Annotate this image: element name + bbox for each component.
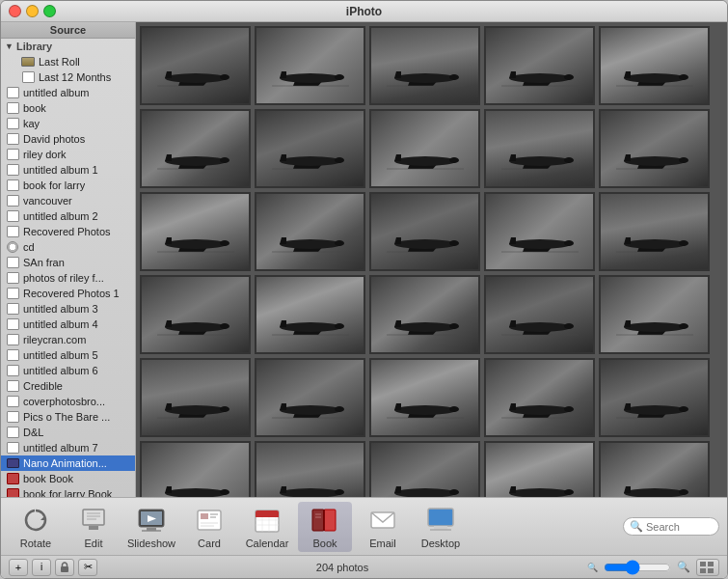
calendar-button[interactable]: Calendar [240, 502, 294, 552]
view-mode-button[interactable] [696, 559, 719, 576]
lock-button[interactable] [55, 559, 74, 576]
sidebar-item-book-book[interactable]: book Book [1, 471, 135, 486]
card-icon [194, 505, 225, 536]
svg-marker-42 [509, 154, 516, 161]
email-button[interactable]: Email [356, 502, 410, 552]
sidebar-item-credible[interactable]: Credible [1, 378, 135, 394]
photo-thumbnail[interactable] [599, 275, 710, 354]
sidebar-item-untitled-1[interactable]: untitled album [1, 85, 135, 100]
svg-marker-32 [280, 154, 286, 161]
sidebar-item-david[interactable]: David photos [1, 131, 135, 147]
sidebar-item-untitled-album2[interactable]: untitled album 2 [1, 208, 135, 224]
sidebar-item-untitled-7[interactable]: untitled album 7 [1, 440, 135, 455]
photo-thumbnail[interactable] [369, 358, 480, 437]
slideshow-button[interactable]: Slideshow [124, 502, 178, 552]
photo-thumbnail[interactable] [369, 275, 480, 354]
scissors-button[interactable]: ✂ [78, 559, 97, 576]
sidebar-item-cd[interactable]: cd [1, 239, 135, 255]
photo-thumbnail[interactable] [140, 192, 251, 271]
photo-thumbnail[interactable] [484, 358, 595, 437]
sidebar-item-book[interactable]: book [1, 100, 135, 116]
sidebar-item-san-fran[interactable]: SAn fran [1, 255, 135, 270]
photo-thumbnail[interactable] [140, 26, 251, 105]
photo-thumbnail[interactable] [255, 109, 365, 188]
sidebar-item-coverphoto[interactable]: coverphotosbrо... [1, 394, 135, 409]
sidebar-item-rileycran[interactable]: rileycran.com [1, 332, 135, 347]
sidebar-section-library[interactable]: ▼ Library [1, 39, 135, 54]
svg-point-123 [679, 406, 688, 412]
photo-thumbnail[interactable] [255, 26, 365, 105]
album-icon [5, 194, 20, 207]
sidebar-item-dl[interactable]: D&L [1, 425, 135, 440]
info-button[interactable]: i [32, 559, 51, 576]
sidebar-item-photos-riley[interactable]: photos of riley f... [1, 270, 135, 286]
photo-thumbnail[interactable] [140, 441, 251, 497]
sidebar-item-riley-dork[interactable]: riley dork [1, 147, 135, 162]
zoom-slider[interactable] [604, 560, 671, 575]
search-input[interactable] [646, 521, 723, 533]
photo-thumbnail[interactable] [599, 26, 710, 105]
edit-button[interactable]: Edit [67, 502, 121, 552]
desktop-icon [425, 505, 456, 536]
maximize-button[interactable] [43, 5, 56, 17]
svg-point-26 [165, 156, 227, 166]
sidebar-item-untitled-3[interactable]: untitled album 3 [1, 301, 135, 317]
svg-point-98 [679, 323, 688, 329]
photo-thumbnail[interactable] [140, 109, 251, 188]
sidebar-item-kay[interactable]: kay [1, 116, 135, 131]
album-icon [5, 287, 20, 300]
sidebar-item-recovered[interactable]: Recovered Photos [1, 224, 135, 239]
photo-thumbnail[interactable] [140, 275, 251, 354]
sidebar-item-book-larry[interactable]: book for larry [1, 178, 135, 193]
sidebar-item-untitled-6[interactable]: untitled album 6 [1, 363, 135, 378]
library-label: Library [16, 41, 52, 52]
svg-marker-82 [280, 320, 286, 327]
svg-rect-211 [83, 510, 104, 525]
sidebar-item-untitled-album1[interactable]: untitled album 1 [1, 162, 135, 178]
card-button[interactable]: Card [182, 502, 236, 552]
sidebar-item-last12[interactable]: Last 12 Months [1, 69, 135, 85]
sidebar-item-nano[interactable]: Nano Animation... [1, 455, 135, 471]
photo-thumbnail[interactable] [599, 192, 710, 271]
sidebar-item-vancouver[interactable]: vancouver [1, 193, 135, 208]
photo-thumbnail[interactable] [255, 192, 365, 271]
desktop-button[interactable]: Desktop [414, 502, 468, 552]
photo-thumbnail[interactable] [599, 441, 710, 497]
photo-thumbnail[interactable] [369, 441, 480, 497]
minimize-button[interactable] [26, 5, 39, 17]
photo-thumbnail[interactable] [599, 358, 710, 437]
sidebar-item-recovered1[interactable]: Recovered Photos 1 [1, 286, 135, 301]
photo-thumbnail[interactable] [484, 275, 595, 354]
photo-thumbnail[interactable] [255, 275, 365, 354]
svg-marker-2 [165, 71, 172, 78]
sidebar-item-untitled-4[interactable]: untitled album 4 [1, 317, 135, 332]
svg-marker-87 [394, 320, 401, 327]
photo-thumbnail[interactable] [599, 109, 710, 188]
photo-thumbnail[interactable] [484, 441, 595, 497]
album-icon [5, 317, 20, 331]
photo-thumbnail[interactable] [369, 192, 480, 271]
svg-point-73 [679, 240, 688, 246]
book-button[interactable]: Book [298, 502, 352, 552]
sidebar-item-untitled-5[interactable]: untitled album 5 [1, 347, 135, 363]
photo-thumbnail[interactable] [369, 109, 480, 188]
photo-thumbnail[interactable] [484, 26, 595, 105]
photo-thumbnail[interactable] [484, 192, 595, 271]
sidebar-item-label: untitled album 3 [23, 303, 98, 315]
photo-thumbnail[interactable] [140, 358, 251, 437]
svg-point-93 [564, 323, 574, 329]
photo-thumbnail[interactable] [484, 109, 595, 188]
photo-thumbnail[interactable] [255, 441, 365, 497]
sidebar-item-pics-bare[interactable]: Pics o The Bare ... [1, 409, 135, 425]
rotate-button[interactable]: Rotate [9, 502, 63, 552]
svg-point-88 [449, 323, 459, 329]
sidebar-item-book-larry-book[interactable]: book for larry Book [1, 486, 135, 497]
add-button[interactable]: + [9, 559, 28, 576]
sidebar-item-last-roll[interactable]: Last Roll [1, 54, 135, 69]
photo-thumbnail[interactable] [255, 358, 365, 437]
svg-rect-244 [61, 566, 68, 572]
sidebar-scroll[interactable]: ▼ Library Last Roll Last 12 Months [1, 39, 135, 497]
photo-grid[interactable] [136, 22, 727, 497]
close-button[interactable] [9, 5, 21, 17]
photo-thumbnail[interactable] [369, 26, 480, 105]
